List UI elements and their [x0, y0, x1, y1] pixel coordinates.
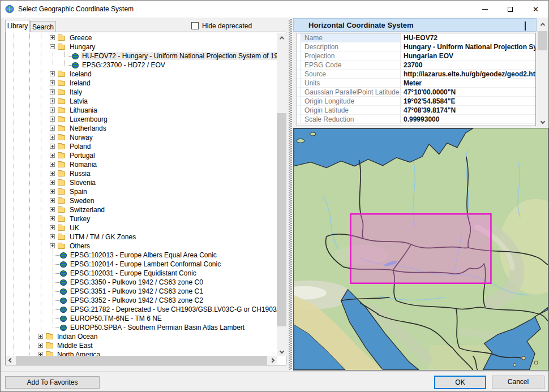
tree-item-label[interactable]: North America	[56, 351, 101, 356]
tree-item-label[interactable]: Luxembourg	[68, 115, 109, 123]
tree-item-label[interactable]: UK	[68, 224, 80, 232]
property-row[interactable]: UnitsMeter	[297, 79, 535, 88]
tree-item-label[interactable]: EUROP50.TM-6NE - TM 6 NE	[69, 315, 163, 322]
expand-node-icon[interactable]	[50, 162, 55, 167]
tree-crs-row[interactable]: EPSG:102031 - Europe Equidistant Conic	[6, 269, 277, 278]
ok-button[interactable]: OK	[434, 376, 486, 389]
tree-item-label[interactable]: Slovenia	[68, 179, 97, 187]
scroll-right-icon[interactable]	[268, 356, 277, 365]
tree-crs-row[interactable]: EPSG:102014 - Europe Lambert Conformal C…	[6, 260, 277, 269]
tree-item-label[interactable]: Norway	[68, 133, 94, 141]
tree-crs-row[interactable]: EPSG:3352 - Pulkovo 1942 / CS63 zone C2	[6, 296, 277, 305]
expand-node-icon[interactable]	[50, 180, 55, 185]
expand-node-icon[interactable]	[50, 198, 55, 203]
tree-folder-row[interactable]: North America	[6, 350, 277, 356]
expand-node-icon[interactable]	[50, 216, 55, 221]
tree-folder-row[interactable]: Romania	[6, 160, 277, 169]
collapse-node-icon[interactable]	[50, 44, 55, 49]
tree-folder-row[interactable]: Middle East	[6, 341, 277, 350]
tree-item-label[interactable]: EPSG:3350 - Pulkovo 1942 / CS63 zone C0	[69, 278, 204, 286]
tree-folder-row[interactable]: UTM / TM / GK Zones	[6, 232, 277, 242]
tree-item-label[interactable]: Iceland	[68, 70, 93, 78]
tree-item-label[interactable]: EPSG:23700 - HD72 / EOV	[81, 61, 166, 69]
tree-item-label[interactable]: Lithuania	[68, 106, 98, 114]
expand-node-icon[interactable]	[50, 144, 55, 149]
tree-crs-row[interactable]: EPSG:102013 - Europe Albers Equal Area C…	[6, 251, 277, 260]
tree-item-label-selected[interactable]: HU-EOV72 - Hungary - Uniform National Pr…	[81, 52, 277, 60]
scroll-down-icon[interactable]	[538, 117, 547, 126]
coverage-map-preview[interactable]	[293, 128, 548, 371]
tree-item-label[interactable]: EUROP50.SPBA - Southern Permian Basin At…	[69, 324, 246, 331]
tab-library[interactable]: Library	[5, 20, 30, 32]
tree-item-label[interactable]: EPSG:102014 - Europe Lambert Conformal C…	[69, 260, 222, 268]
tree-item-label[interactable]: Poland	[68, 143, 92, 150]
scroll-left-icon[interactable]	[6, 356, 15, 365]
expand-node-icon[interactable]	[50, 126, 55, 131]
expand-node-icon[interactable]	[38, 352, 43, 356]
tree-item-label[interactable]: Indian Ocean	[56, 333, 98, 341]
tree-item-label[interactable]: EPSG:3352 - Pulkovo 1942 / CS63 zone C2	[69, 296, 204, 304]
tree-item-label[interactable]: Ireland	[68, 79, 92, 87]
expand-node-icon[interactable]	[50, 171, 55, 176]
expand-node-icon[interactable]	[50, 189, 55, 194]
expand-node-icon[interactable]	[38, 343, 43, 348]
tree-folder-row[interactable]: Lithuania	[6, 106, 277, 115]
expand-node-icon[interactable]	[50, 107, 55, 113]
tree-folder-row[interactable]: Greece	[6, 33, 277, 42]
expand-node-icon[interactable]	[50, 89, 55, 94]
tree-folder-row[interactable]: Netherlands	[6, 124, 277, 133]
property-row[interactable]: ProjectionHungarian EOV	[297, 51, 535, 61]
tree-folder-row[interactable]: Norway	[6, 133, 277, 142]
tree-item-label[interactable]: Italy	[68, 88, 83, 96]
tree-crs-row[interactable]: EUROP50.TM-6NE - TM 6 NE	[6, 314, 277, 323]
expand-node-icon[interactable]	[50, 153, 55, 158]
expand-node-icon[interactable]	[50, 207, 55, 212]
expand-node-icon[interactable]	[50, 117, 55, 122]
tree-item-label[interactable]: UTM / TM / GK Zones	[68, 233, 137, 241]
tree-item-label[interactable]: Others	[68, 242, 91, 250]
tree-vertical-scrollbar[interactable]	[277, 33, 286, 356]
tree-item-label[interactable]: Russia	[68, 170, 92, 178]
tree-item-label[interactable]: Turkey	[68, 215, 91, 223]
tree-crs-row[interactable]: EPSG:21782 - Deprecated - Use CH1903/GSB…	[6, 305, 277, 314]
tree-folder-row[interactable]: Latvia	[6, 97, 277, 106]
tree-folder-row[interactable]: Spain	[6, 187, 277, 196]
tree-item-label[interactable]: Switzerland	[68, 206, 106, 214]
tree-folder-row[interactable]: UK	[6, 223, 277, 232]
panel-splitter[interactable]	[289, 19, 292, 370]
minimize-button[interactable]	[472, 1, 497, 18]
scroll-up-icon[interactable]	[538, 19, 547, 29]
tree-item-label[interactable]: EPSG:102031 - Europe Equidistant Conic	[69, 269, 198, 277]
tree-item-label[interactable]: EPSG:3351 - Pulkovo 1942 / CS63 zone C1	[69, 287, 204, 295]
prop-scroll-thumb[interactable]	[538, 31, 547, 50]
tree-hscroll-thumb[interactable]	[16, 356, 267, 365]
tree-item-label[interactable]: Romania	[68, 161, 98, 169]
tree-folder-row[interactable]: Switzerland	[6, 205, 277, 214]
tree-item-label[interactable]: Sweden	[68, 197, 95, 205]
scroll-down-icon[interactable]	[277, 346, 286, 356]
cancel-button[interactable]: Cancel	[492, 376, 544, 389]
expand-node-icon[interactable]	[50, 243, 55, 248]
tree-folder-row[interactable]: Sweden	[6, 196, 277, 205]
expand-node-icon[interactable]	[50, 35, 55, 40]
tree-crs-row[interactable]: EPSG:23700 - HD72 / EOV	[6, 61, 277, 70]
tree-folder-row[interactable]: Portugal	[6, 151, 277, 160]
tree-folder-row[interactable]: Slovenia	[6, 178, 277, 187]
tree-folder-row[interactable]: Poland	[6, 142, 277, 151]
properties-scrollbar[interactable]	[538, 19, 547, 126]
expand-node-icon[interactable]	[50, 234, 55, 239]
tree-folder-row[interactable]: Ireland	[6, 79, 277, 88]
close-button[interactable]: ✕	[523, 1, 548, 18]
expand-node-icon[interactable]	[50, 71, 55, 76]
tree-item-label[interactable]: Greece	[68, 34, 93, 42]
expand-node-icon[interactable]	[50, 98, 55, 104]
tree-folder-row[interactable]: Iceland	[6, 70, 277, 79]
tree-folder-row[interactable]: Russia	[6, 169, 277, 178]
horizontal-cs-header[interactable]: Horizontal Coordinate System	[293, 18, 537, 32]
tree-item-label[interactable]: Middle East	[56, 342, 94, 350]
tree-item-label[interactable]: Spain	[68, 188, 88, 196]
property-row[interactable]: Gaussian ParallelPoint Latitude47°10'00.…	[297, 88, 535, 97]
property-row[interactable]: Origin Longitude19°02'54.8584"E	[297, 97, 535, 106]
tree-item-label[interactable]: Latvia	[68, 97, 89, 105]
tree-crs-row[interactable]: EPSG:3351 - Pulkovo 1942 / CS63 zone C1	[6, 287, 277, 296]
